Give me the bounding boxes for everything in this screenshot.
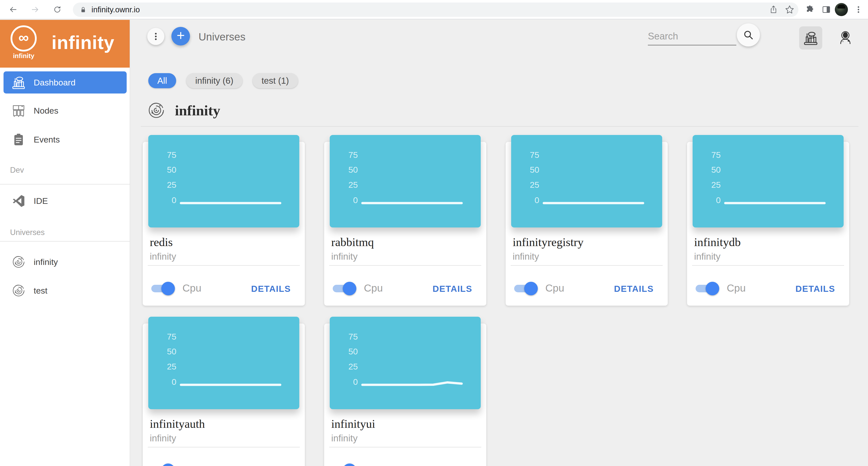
divider <box>0 241 130 242</box>
cpu-chart: 75 50 25 0 <box>330 317 481 409</box>
sidebar-item-dashboard[interactable]: Dashboard <box>3 71 127 93</box>
add-universe-button[interactable]: + <box>172 27 190 45</box>
sidebar-brand-header: ∞ infinity infinity <box>0 20 130 68</box>
cpu-line <box>511 135 662 227</box>
cpu-toggle[interactable] <box>151 463 178 466</box>
service-universe: infinity <box>150 433 176 444</box>
share-button[interactable] <box>766 2 781 17</box>
metric-label: Cpu <box>545 282 564 294</box>
details-link[interactable]: DETAILS <box>614 284 654 294</box>
sidebar-item-label: Nodes <box>34 106 58 116</box>
metric-label: Cpu <box>364 282 383 294</box>
details-link[interactable]: DETAILS <box>433 284 472 294</box>
cpu-toggle[interactable] <box>514 281 540 295</box>
browser-forward-button[interactable] <box>28 2 43 17</box>
metric-label: Cpu <box>182 464 201 466</box>
sidebar-item-ide[interactable]: IDE <box>3 190 127 212</box>
address-bar[interactable]: infinity.ownr.io <box>73 2 798 17</box>
city-dashboard-icon <box>11 75 26 90</box>
kebab-menu-icon <box>854 4 864 14</box>
service-name: infinityauth <box>150 417 205 431</box>
extensions-puzzle-icon <box>805 5 814 14</box>
infinity-symbol-icon: ∞ <box>18 30 29 45</box>
bookmark-star-icon <box>784 4 795 14</box>
cpu-chart: 75 50 25 0 <box>330 135 481 227</box>
sidebar-item-label: IDE <box>34 196 48 206</box>
cpu-chart: 75 50 25 0 <box>511 135 662 227</box>
browser-back-button[interactable] <box>5 2 21 17</box>
details-link[interactable]: DETAILS <box>795 284 835 294</box>
galaxy-icon <box>11 255 26 269</box>
sidebar-item-universe-infinity[interactable]: infinity <box>3 251 127 273</box>
search-button[interactable] <box>737 23 760 46</box>
plus-icon: + <box>177 28 185 42</box>
service-name: infinitydb <box>694 235 741 249</box>
sidebar-item-nodes[interactable]: Nodes <box>3 99 127 122</box>
cpu-line <box>148 135 299 227</box>
share-icon <box>769 5 778 14</box>
search-icon <box>742 29 755 41</box>
cpu-chart: 75 50 25 0 <box>148 135 299 227</box>
service-card: infinityauth infinity Cpu DETAILS 75 50 … <box>143 317 305 466</box>
page-title: Universes <box>198 31 246 43</box>
browser-reload-button[interactable] <box>50 2 65 17</box>
divider <box>141 126 859 127</box>
sidebar-section-dev: Dev <box>10 166 24 175</box>
service-card: infinityui infinity Cpu DETAILS 75 50 25… <box>324 317 486 466</box>
extensions-button[interactable] <box>802 2 817 17</box>
group-title: infinity <box>175 102 220 119</box>
service-universe: infinity <box>150 251 176 262</box>
cpu-toggle[interactable] <box>695 281 722 295</box>
cpu-toggle[interactable] <box>333 281 359 295</box>
sidebar-section-universes: Universes <box>10 228 45 237</box>
cpu-chart: 75 50 25 0 <box>148 317 299 409</box>
kebab-menu-icon <box>150 31 161 42</box>
service-universe: infinity <box>513 251 539 262</box>
sidebar-item-label: test <box>34 286 48 296</box>
search-input[interactable] <box>648 28 736 45</box>
service-name: rabbitmq <box>331 235 374 249</box>
sidebar: ∞ infinity infinity Dashboard Nodes Even… <box>0 20 130 466</box>
side-panel-button[interactable] <box>819 2 834 17</box>
nodes-cabinet-icon <box>11 103 26 118</box>
reload-icon <box>53 5 62 14</box>
service-universe: infinity <box>694 251 720 262</box>
filter-chip-test[interactable]: test (1) <box>253 73 298 88</box>
profile-avatar[interactable] <box>835 3 848 16</box>
divider <box>0 184 130 185</box>
sidebar-item-label: Events <box>34 135 60 145</box>
sidebar-item-label: infinity <box>34 257 58 267</box>
page-menu-button[interactable] <box>147 28 164 45</box>
sidebar-item-events[interactable]: Events <box>3 128 127 151</box>
service-card: infinitydb infinity Cpu DETAILS 75 50 25… <box>687 135 849 306</box>
lock-icon <box>80 6 87 13</box>
service-universe: infinity <box>331 433 358 444</box>
service-card: redis infinity Cpu DETAILS 75 50 25 0 <box>143 135 305 306</box>
bookmark-button[interactable] <box>782 2 797 17</box>
cpu-line <box>692 135 844 227</box>
filter-chip-all[interactable]: All <box>148 73 176 88</box>
cpu-toggle[interactable] <box>151 281 178 295</box>
astronaut-icon <box>837 30 854 46</box>
logo-wordmark: infinity <box>9 52 38 60</box>
metric-label: Cpu <box>727 282 746 294</box>
forward-arrow-icon <box>31 5 40 14</box>
browser-menu-button[interactable] <box>851 2 866 17</box>
galaxy-icon <box>11 283 26 298</box>
city-icon <box>802 30 819 46</box>
infinity-logo: ∞ infinity <box>9 25 38 63</box>
details-link[interactable]: DETAILS <box>251 284 291 294</box>
side-panel-icon <box>821 4 831 14</box>
cpu-line <box>330 317 481 409</box>
sidebar-item-universe-test[interactable]: test <box>3 280 127 302</box>
cpu-toggle[interactable] <box>333 463 359 466</box>
cpu-chart: 75 50 25 0 <box>692 135 844 227</box>
group-header: infinity <box>147 101 220 120</box>
universes-view-button[interactable] <box>799 26 822 50</box>
vscode-icon <box>11 193 26 208</box>
service-name: infinityregistry <box>513 235 584 249</box>
filter-chip-infinity[interactable]: infinity (6) <box>186 73 243 88</box>
service-card: infinityregistry infinity Cpu DETAILS 75… <box>506 135 668 306</box>
account-button[interactable] <box>834 26 857 50</box>
metric-label: Cpu <box>364 464 383 466</box>
